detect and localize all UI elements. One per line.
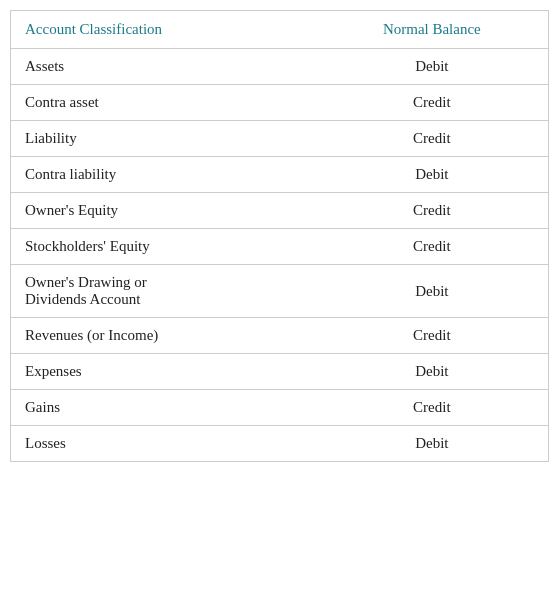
normal-balance-cell: Credit [316, 121, 548, 157]
table-row: Owner's EquityCredit [11, 193, 548, 229]
classification-cell: Stockholders' Equity [11, 229, 316, 265]
table-row: Revenues (or Income)Credit [11, 318, 548, 354]
classification-cell: Losses [11, 426, 316, 462]
table-row: AssetsDebit [11, 49, 548, 85]
header-classification: Account Classification [11, 11, 316, 49]
normal-balance-cell: Debit [316, 354, 548, 390]
table-row: ExpensesDebit [11, 354, 548, 390]
classification-cell: Gains [11, 390, 316, 426]
table-row: Contra assetCredit [11, 85, 548, 121]
normal-balance-cell: Credit [316, 390, 548, 426]
table-row: LossesDebit [11, 426, 548, 462]
table-row: Contra liabilityDebit [11, 157, 548, 193]
classification-cell: Revenues (or Income) [11, 318, 316, 354]
account-classification-table: Account Classification Normal Balance As… [10, 10, 549, 462]
classification-cell: Contra liability [11, 157, 316, 193]
table-row: Stockholders' EquityCredit [11, 229, 548, 265]
normal-balance-cell: Debit [316, 49, 548, 85]
normal-balance-cell: Debit [316, 265, 548, 318]
classification-cell: Owner's Drawing orDividends Account [11, 265, 316, 318]
table-row: GainsCredit [11, 390, 548, 426]
normal-balance-cell: Credit [316, 193, 548, 229]
header-normal-balance: Normal Balance [316, 11, 548, 49]
classification-cell: Assets [11, 49, 316, 85]
classification-cell: Owner's Equity [11, 193, 316, 229]
classification-cell: Contra asset [11, 85, 316, 121]
table-header-row: Account Classification Normal Balance [11, 11, 548, 49]
normal-balance-cell: Credit [316, 318, 548, 354]
normal-balance-cell: Debit [316, 426, 548, 462]
classification-cell: Expenses [11, 354, 316, 390]
classification-cell: Liability [11, 121, 316, 157]
table-row: Owner's Drawing orDividends AccountDebit [11, 265, 548, 318]
normal-balance-cell: Credit [316, 229, 548, 265]
normal-balance-cell: Debit [316, 157, 548, 193]
normal-balance-cell: Credit [316, 85, 548, 121]
table-row: LiabilityCredit [11, 121, 548, 157]
